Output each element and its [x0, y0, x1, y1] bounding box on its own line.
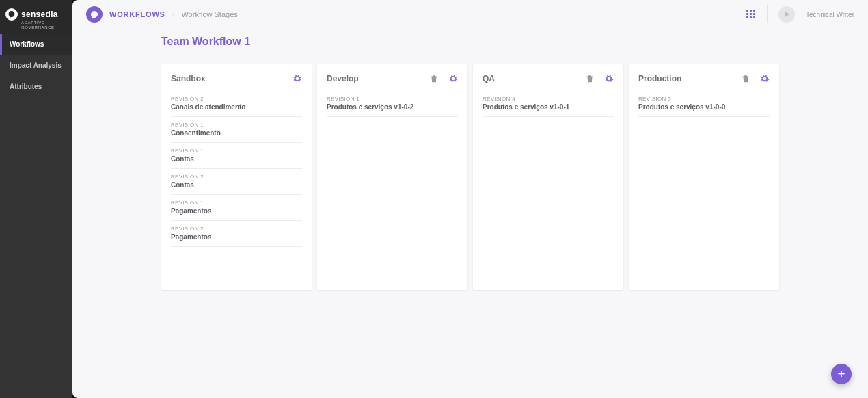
card-title: Contas — [171, 155, 302, 163]
delete-icon[interactable] — [741, 74, 750, 83]
stage-column-actions — [429, 74, 458, 83]
brand-tagline: ADAPTIVE GOVERNANCE — [0, 21, 72, 34]
card-title: Produtos e serviços v1-0-2 — [327, 103, 458, 111]
stage-card[interactable]: REVISION 3Produtos e serviços v1-0-0 — [638, 96, 770, 117]
breadcrumb-current: Workflow Stages — [181, 10, 237, 18]
stage-column-actions — [741, 74, 770, 83]
card-title: Pagamentos — [171, 233, 302, 241]
sidebar-item-attributes[interactable]: Attributes — [0, 76, 72, 97]
card-revision: REVISION 2 — [171, 226, 302, 232]
card-revision: REVISION 1 — [171, 148, 302, 154]
vertical-divider — [767, 5, 768, 23]
stage-column-title: Production — [638, 74, 741, 83]
card-revision: REVISION 1 — [327, 96, 458, 102]
stage-card[interactable]: REVISION 4Produtos e serviços v1-0-1 — [483, 96, 614, 117]
stage-column-title: Sandbox — [171, 74, 293, 83]
sidebar-item-impact-analysis[interactable]: Impact Analysis — [0, 55, 72, 76]
card-revision: REVISION 1 — [171, 122, 302, 128]
user-name: Technical Writer — [806, 11, 854, 18]
stage-columns: SandboxREVISION 2Canais de atendimentoRE… — [161, 64, 779, 290]
workflows-logo-icon — [86, 6, 103, 23]
top-bar: WORKFLOWS › Workflow Stages Technical Wr… — [72, 0, 868, 29]
page-title: Team Workflow 1 — [161, 36, 779, 48]
brand-tagline-2: GOVERNANCE — [21, 25, 55, 29]
stage-column-title: Develop — [327, 74, 429, 83]
stage-column-header: QA — [483, 74, 614, 83]
card-title: Contas — [171, 181, 302, 189]
chevron-right-icon: › — [172, 10, 175, 18]
stage-column-header: Develop — [327, 74, 458, 83]
top-bar-right: Technical Writer — [746, 5, 854, 23]
stage-column-actions — [585, 74, 614, 83]
sidebar-item-workflows[interactable]: Workflows — [0, 34, 72, 55]
card-title: Produtos e serviços v1-0-0 — [638, 103, 770, 111]
card-revision: REVISION 3 — [638, 96, 770, 102]
card-revision: REVISION 2 — [171, 174, 302, 180]
card-revision: REVISION 4 — [483, 96, 614, 102]
stage-column-header: Sandbox — [171, 74, 302, 83]
stage-column-actions — [293, 74, 302, 83]
stage-column-sandbox: SandboxREVISION 2Canais de atendimentoRE… — [161, 64, 312, 290]
brand-tagline-1: ADAPTIVE — [21, 21, 44, 25]
main-panel: WORKFLOWS › Workflow Stages Technical Wr… — [72, 0, 868, 398]
stage-card[interactable]: REVISION 2Canais de atendimento — [171, 96, 302, 117]
card-title: Canais de atendimento — [171, 103, 302, 111]
card-title: Consentimento — [171, 129, 302, 137]
delete-icon[interactable] — [585, 74, 595, 83]
stage-column-qa: QAREVISION 4Produtos e serviços v1-0-1 — [473, 64, 623, 290]
gear-icon[interactable] — [604, 74, 614, 83]
stage-card[interactable]: REVISION 1Produtos e serviços v1-0-2 — [327, 96, 458, 117]
stage-card[interactable]: REVISION 2Pagamentos — [171, 226, 302, 247]
gear-icon[interactable] — [760, 74, 770, 83]
brand-logo-icon — [5, 8, 18, 21]
gear-icon[interactable] — [293, 74, 302, 83]
sidebar-nav: WorkflowsImpact AnalysisAttributes — [0, 34, 72, 97]
card-revision: REVISION 2 — [171, 96, 302, 102]
card-title: Produtos e serviços v1-0-1 — [483, 103, 614, 111]
apps-grid-icon[interactable] — [746, 10, 756, 19]
stage-column-header: Production — [638, 74, 770, 83]
content-area: Team Workflow 1 SandboxREVISION 2Canais … — [72, 29, 868, 290]
stage-card[interactable]: REVISION 1Contas — [171, 148, 302, 169]
user-avatar[interactable] — [778, 6, 795, 23]
stage-column-title: QA — [483, 74, 585, 83]
add-fab-button[interactable]: + — [831, 364, 852, 384]
stage-card[interactable]: REVISION 1Pagamentos — [171, 200, 302, 221]
card-title: Pagamentos — [171, 207, 302, 215]
delete-icon[interactable] — [429, 74, 439, 83]
stage-column-develop: DevelopREVISION 1Produtos e serviços v1-… — [317, 64, 467, 290]
sidebar: sensedia ADAPTIVE GOVERNANCE WorkflowsIm… — [0, 0, 72, 398]
card-revision: REVISION 1 — [171, 200, 302, 206]
breadcrumb-root[interactable]: WORKFLOWS — [109, 10, 165, 18]
brand-name: sensedia — [21, 10, 58, 19]
stage-card[interactable]: REVISION 1Consentimento — [171, 122, 302, 143]
stage-column-production: ProductionREVISION 3Produtos e serviços … — [629, 64, 779, 290]
stage-card[interactable]: REVISION 2Contas — [171, 174, 302, 195]
gear-icon[interactable] — [448, 74, 458, 83]
